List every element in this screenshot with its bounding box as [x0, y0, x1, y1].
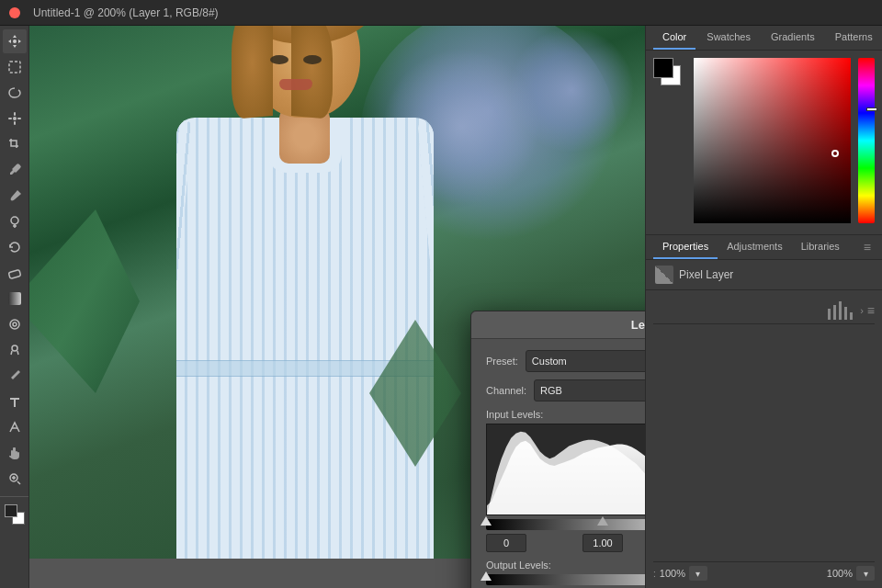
tab-swatches[interactable]: Swatches: [697, 26, 760, 50]
left-toolbar: [0, 26, 29, 588]
input-black-value[interactable]: [486, 534, 526, 552]
lasso-tool[interactable]: [3, 81, 27, 105]
pixel-layer-icon: [655, 266, 673, 284]
blur-tool[interactable]: [3, 312, 27, 336]
channel-row: Channel: RGB: [486, 379, 645, 401]
pixel-layer-label: Pixel Layer: [679, 268, 733, 281]
histogram: [486, 424, 645, 515]
svg-rect-2: [14, 121, 16, 125]
tab-properties[interactable]: Properties: [653, 235, 718, 259]
zoom-tool[interactable]: [3, 467, 27, 491]
input-levels-label: Input Levels:: [486, 409, 645, 420]
zoom-value: 100%: [660, 568, 685, 579]
output-black-handle[interactable]: [481, 571, 492, 581]
preset-select[interactable]: Custom: [526, 350, 645, 372]
move-tool[interactable]: [3, 29, 27, 53]
tab-libraries[interactable]: Libraries: [792, 235, 849, 259]
eraser-tool[interactable]: [3, 261, 27, 285]
magic-wand-tool[interactable]: [3, 107, 27, 130]
gradient-tool[interactable]: [3, 287, 27, 311]
color-spectrum[interactable]: [694, 58, 851, 223]
document-title: Untitled-1 @ 200% (Layer 1, RGB/8#): [33, 6, 219, 19]
zoom-controls: : 100% ▾: [653, 566, 707, 581]
clone-stamp-tool[interactable]: [3, 209, 27, 233]
color-picker-area: [646, 51, 882, 234]
hue-bar[interactable]: [858, 58, 875, 223]
svg-point-6: [11, 217, 18, 224]
svg-rect-8: [8, 292, 21, 305]
output-levels-slider[interactable]: [486, 574, 645, 585]
properties-content: › ≡ : 100% ▾ 100% ▾: [646, 290, 882, 588]
canvas-area: Levels Preset: Custom ⚙: [29, 26, 645, 588]
svg-point-11: [12, 345, 17, 351]
svg-rect-1: [14, 112, 16, 116]
mini-histogram: [828, 301, 853, 320]
dialog-title: Levels: [471, 311, 645, 339]
pixel-layer-row: Pixel Layer: [646, 260, 882, 290]
opacity-dropdown[interactable]: ▾: [856, 566, 875, 581]
zoom-label: :: [653, 569, 656, 579]
history-brush-tool[interactable]: [3, 235, 27, 259]
opacity-value: 100%: [827, 568, 853, 579]
crop-tool[interactable]: [3, 132, 27, 156]
input-black-handle[interactable]: [481, 516, 492, 526]
tab-adjustments[interactable]: Adjustments: [718, 235, 792, 259]
opacity-controls: 100% ▾: [827, 566, 875, 581]
title-bar: Untitled-1 @ 200% (Layer 1, RGB/8#): [0, 0, 882, 26]
fg-bg-swatches: [653, 58, 686, 227]
svg-rect-4: [17, 118, 21, 119]
hue-handle[interactable]: [866, 107, 877, 111]
path-selection-tool[interactable]: [3, 415, 27, 439]
input-levels-slider[interactable]: [486, 519, 645, 530]
brush-tool[interactable]: [3, 184, 27, 208]
tab-color[interactable]: Color: [653, 26, 695, 50]
properties-footer: : 100% ▾ 100% ▾: [653, 561, 875, 581]
channel-select[interactable]: RGB: [534, 379, 645, 401]
close-button[interactable]: [9, 7, 20, 18]
preset-row: Preset: Custom ⚙: [486, 350, 645, 372]
color-swatches[interactable]: [653, 58, 686, 91]
input-mid-value[interactable]: [582, 534, 623, 552]
input-mid-handle[interactable]: [597, 516, 608, 526]
svg-point-9: [10, 320, 19, 329]
foreground-color-swatch[interactable]: [653, 58, 673, 78]
input-values-row: [486, 534, 645, 552]
svg-point-10: [13, 322, 17, 326]
tab-patterns[interactable]: Patterns: [826, 26, 882, 50]
text-tool[interactable]: [3, 390, 27, 413]
svg-rect-3: [8, 118, 12, 119]
pen-tool[interactable]: [3, 364, 27, 388]
levels-dialog: Levels Preset: Custom ⚙: [470, 311, 645, 588]
channel-label: Channel:: [486, 385, 526, 396]
right-panel: Color Swatches Gradients Patterns ≡: [645, 26, 882, 588]
expand-properties-btn[interactable]: ›: [860, 305, 864, 316]
tab-gradients[interactable]: Gradients: [762, 26, 824, 50]
foreground-bg-colors[interactable]: [1, 501, 28, 528]
zoom-dropdown[interactable]: ▾: [689, 566, 707, 581]
svg-rect-7: [8, 270, 20, 279]
color-panel-tabs: Color Swatches Gradients Patterns ≡: [646, 26, 882, 51]
svg-point-5: [13, 117, 17, 120]
properties-panel-menu[interactable]: ≡: [860, 235, 875, 259]
properties-menu-icon[interactable]: ≡: [867, 303, 875, 318]
hand-tool[interactable]: [3, 441, 27, 465]
output-levels-label: Output Levels:: [486, 560, 645, 571]
properties-panel-tabs: Properties Adjustments Libraries ≡: [646, 235, 882, 260]
eyedropper-tool[interactable]: [3, 158, 27, 182]
dodge-tool[interactable]: [3, 338, 27, 362]
svg-rect-0: [9, 62, 20, 73]
select-tool[interactable]: [3, 55, 27, 79]
preset-label: Preset:: [486, 356, 518, 367]
